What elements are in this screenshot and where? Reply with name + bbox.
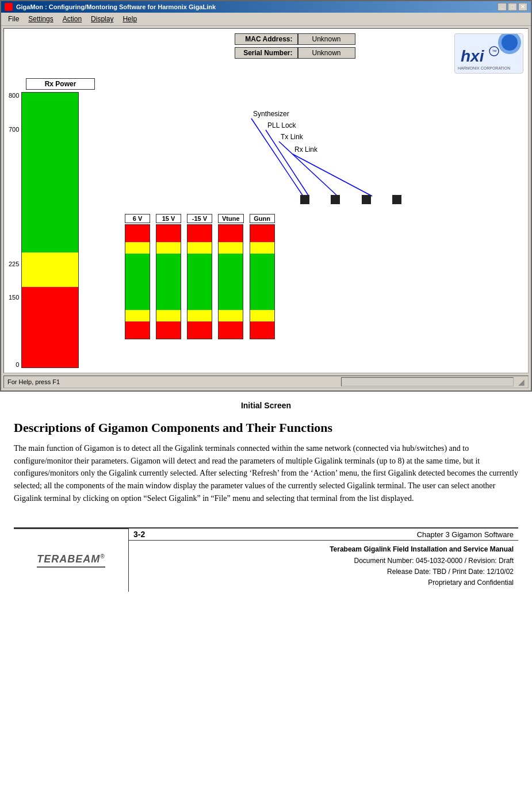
application-window: GigaMon : Configuring/Montoring Software… [0, 0, 532, 392]
rx-bar-container: 800 700 225 150 0 [9, 92, 112, 368]
svg-text:™: ™ [492, 49, 497, 55]
rx-bar-red [22, 287, 78, 367]
hxi-logo: hxi ™ HARMONIX CORPORATION [454, 33, 523, 74]
status-right-panel [341, 377, 514, 386]
terabeam-logo: TERABEAM® [37, 553, 105, 568]
menu-help[interactable]: Help [118, 14, 141, 24]
bar-15v: 15 V [156, 214, 181, 339]
svg-rect-14 [300, 195, 309, 204]
y-label-0: 0 [9, 361, 19, 368]
menu-file[interactable]: File [3, 14, 24, 24]
info-fields: MAC Address: Unknown Serial Number: Unkn… [235, 33, 355, 59]
figure-caption: Initial Screen [14, 401, 518, 410]
indicator-area: Synthesizer PLL Lock Tx Link Rx Link [119, 84, 523, 205]
bar-vtune-yellow-top [219, 242, 243, 254]
bar-neg15v-green [187, 254, 212, 310]
mac-address-row: MAC Address: Unknown [235, 33, 355, 45]
mac-label: MAC Address: [235, 33, 298, 45]
bar-neg15v-yellow-top [187, 242, 212, 254]
bar-6v-yellow-top [125, 242, 150, 254]
bar-neg15v-top-red [187, 225, 212, 242]
svg-text:Synthesizer: Synthesizer [253, 110, 289, 118]
serial-number-row: Serial Number: Unknown [235, 47, 355, 59]
svg-point-1 [502, 35, 518, 51]
rx-bar-green [22, 93, 78, 252]
registered-icon: ® [100, 553, 105, 560]
svg-rect-16 [362, 195, 371, 204]
bar-6v-yellow-bot [125, 310, 150, 321]
y-label-blank3 [9, 227, 19, 233]
y-label-blank2 [9, 193, 19, 200]
y-label-700: 700 [9, 126, 19, 133]
bar-15v-bot-red [156, 321, 181, 339]
footer: TERABEAM® 3-2 Chapter 3 Gigamon Software… [14, 527, 518, 592]
window-controls: _ □ ✕ [497, 3, 527, 11]
bar-neg15v-yellow-bot [187, 310, 212, 321]
resize-grip-icon: ◢ [518, 377, 525, 386]
footer-chapter: Chapter 3 Gigamon Software [417, 530, 514, 539]
page-body: Initial Screen Descriptions of Gigamon C… [0, 392, 532, 601]
footer-doc-number: Document Number: 045-1032-0000 / Revisio… [133, 556, 514, 566]
menu-display[interactable]: Display [86, 14, 118, 24]
y-axis-labels: 800 700 225 150 0 [9, 92, 21, 368]
bar-vtune-label: Vtune [218, 214, 244, 223]
viz-area: Rx Power 800 700 225 150 0 [9, 78, 523, 368]
bar-gunn-bar [250, 224, 275, 339]
rx-power-chart: Rx Power 800 700 225 150 0 [9, 78, 112, 368]
bar-neg15v-bar [187, 224, 212, 339]
y-label-blank1 [9, 159, 19, 166]
y-label-150: 150 [9, 294, 19, 301]
footer-logo-cell: TERABEAM® [14, 529, 129, 592]
svg-text:Tx Link: Tx Link [281, 133, 304, 141]
bar-neg15v-label: -15 V [187, 214, 212, 223]
bar-vtune-green [219, 254, 243, 310]
bar-vtune-top-red [219, 225, 243, 242]
mac-value: Unknown [298, 33, 355, 45]
footer-manual-title: Terabeam Gigalink Field Installation and… [133, 544, 514, 555]
bar-gunn-bot-red [250, 321, 274, 339]
serial-label: Serial Number: [235, 47, 298, 59]
close-button[interactable]: ✕ [518, 3, 527, 11]
footer-right: 3-2 Chapter 3 Gigamon Software Terabeam … [129, 529, 518, 592]
bar-6v-label: 6 V [125, 214, 150, 223]
window-title: GigaMon : Configuring/Montoring Software… [16, 3, 216, 10]
svg-text:hxi: hxi [461, 47, 485, 65]
bar-15v-bar [156, 224, 181, 339]
footer-confidential: Proprietary and Confidential [133, 577, 514, 588]
right-section: Synthesizer PLL Lock Tx Link Rx Link [119, 78, 523, 368]
indicator-svg: Synthesizer PLL Lock Tx Link Rx Link [119, 84, 407, 205]
bar-vtune-bot-red [219, 321, 243, 339]
bar-gunn-green [250, 254, 274, 310]
minimize-button[interactable]: _ [497, 3, 507, 11]
rx-power-bar [21, 92, 79, 368]
svg-text:Rx Link: Rx Link [294, 145, 318, 154]
bar-15v-green [156, 254, 181, 310]
page-number: 3-2 [133, 530, 145, 539]
menu-settings[interactable]: Settings [24, 14, 58, 24]
bar-15v-top-red [156, 225, 181, 242]
bar-vtune: Vtune [218, 214, 244, 339]
title-bar: GigaMon : Configuring/Montoring Software… [1, 1, 531, 13]
menu-action[interactable]: Action [58, 14, 86, 24]
bar-15v-yellow-top [156, 242, 181, 254]
maximize-button[interactable]: □ [508, 3, 517, 11]
y-label-800: 800 [9, 92, 19, 99]
footer-release-date: Release Date: TBD / Print Date: 12/10/02 [133, 566, 514, 577]
y-label-225: 225 [9, 261, 19, 267]
serial-value: Unknown [298, 47, 355, 59]
small-bars-area: 6 V 15 V [125, 214, 523, 339]
bar-gunn: Gunn [250, 214, 275, 339]
status-text: For Help, press F1 [7, 378, 336, 385]
bar-gunn-yellow-top [250, 242, 274, 254]
bar-neg15v: -15 V [187, 214, 212, 339]
y-label-blank4 [9, 328, 19, 335]
svg-text:PLL Lock: PLL Lock [267, 121, 297, 129]
top-bar: MAC Address: Unknown Serial Number: Unkn… [9, 33, 523, 74]
footer-doc-block: Terabeam Gigalink Field Installation and… [129, 541, 518, 592]
bar-15v-label: 15 V [156, 214, 181, 223]
svg-rect-17 [392, 195, 401, 204]
bar-neg15v-bot-red [187, 321, 212, 339]
rx-power-title: Rx Power [26, 78, 95, 90]
status-bar: For Help, press F1 ◢ [3, 376, 529, 388]
body-paragraph: The main function of Gigamon is to detec… [14, 442, 518, 504]
